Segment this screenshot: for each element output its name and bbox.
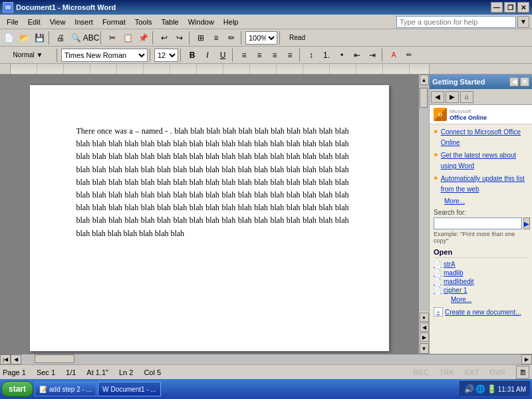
prev-page-btn[interactable]: ◀: [420, 323, 429, 332]
bullets-btn[interactable]: •: [334, 48, 349, 63]
minimize-button[interactable]: —: [491, 2, 503, 13]
save-btn[interactable]: 💾: [32, 31, 47, 45]
ask-question-btn[interactable]: ▼: [517, 16, 529, 28]
sp-file-2[interactable]: 📄 madlibedit: [434, 278, 528, 285]
close-button[interactable]: ✕: [517, 2, 529, 13]
window-title: Document1 - Microsoft Word: [16, 3, 116, 11]
menu-insert[interactable]: Insert: [70, 17, 97, 27]
menu-help[interactable]: Help: [219, 17, 243, 27]
menu-format[interactable]: Format: [98, 17, 130, 27]
new-btn[interactable]: 📄: [1, 31, 16, 45]
underline-btn[interactable]: U: [215, 48, 230, 63]
sep6: [279, 31, 282, 45]
menu-file[interactable]: File: [3, 17, 23, 27]
select-browse-btn[interactable]: ●: [420, 313, 429, 322]
status-ln: Ln 2: [119, 368, 133, 376]
font-name-select[interactable]: Times New Roman: [61, 49, 148, 62]
taskbar-item-1[interactable]: W Document1 - ...: [98, 382, 161, 396]
sp-open-more-link[interactable]: More...: [451, 296, 471, 303]
print-preview-btn[interactable]: 🔍: [68, 31, 83, 45]
sep8: [150, 49, 152, 62]
undo-btn[interactable]: ↩: [157, 31, 172, 45]
print-btn[interactable]: 🖨: [53, 31, 68, 45]
ask-question-input[interactable]: [396, 16, 516, 28]
menu-view[interactable]: View: [46, 17, 70, 27]
scroll-down-btn[interactable]: ▼: [420, 343, 429, 354]
menu-edit[interactable]: Edit: [24, 17, 45, 27]
sp-link-0[interactable]: Connect to Microsoft Office Online: [441, 127, 528, 148]
restore-button[interactable]: ❐: [504, 2, 516, 13]
columns-btn[interactable]: ≡: [209, 31, 223, 45]
horizontal-ruler: [11, 64, 429, 74]
side-panel-back-btn[interactable]: ◀: [509, 77, 519, 86]
sp-file-1[interactable]: 📄 madlib: [434, 269, 528, 277]
sep4: [189, 31, 192, 45]
h-scroll-thumb[interactable]: [35, 354, 74, 363]
scroll-thumb[interactable]: [420, 88, 428, 108]
side-nav-back-btn[interactable]: ◀: [431, 91, 444, 103]
side-nav-forward-btn[interactable]: ▶: [446, 91, 459, 103]
spell-btn[interactable]: ABC: [84, 31, 98, 45]
align-justify-btn[interactable]: ≡: [283, 48, 297, 63]
zoom-select[interactable]: 100%: [245, 31, 277, 45]
font-color-btn[interactable]: A: [386, 48, 401, 63]
cut-btn[interactable]: ✂: [105, 31, 120, 45]
menu-window[interactable]: Window: [184, 17, 218, 27]
bold-btn[interactable]: B: [185, 48, 200, 63]
menu-tools[interactable]: Tools: [131, 17, 156, 27]
align-right-btn[interactable]: ≡: [267, 48, 282, 63]
paste-btn[interactable]: 📌: [136, 31, 150, 45]
next-page-btn[interactable]: ▶: [420, 332, 429, 342]
new-doc-icon: +: [434, 307, 443, 317]
sp-link-1[interactable]: Get the latest news about using Word: [441, 150, 528, 172]
horizontal-scrollbar-area[interactable]: |◀ ◀ ▶: [0, 354, 532, 364]
drawing-btn[interactable]: ✏: [224, 31, 239, 45]
scroll-up-btn[interactable]: ▲: [420, 74, 429, 85]
side-nav-home-btn[interactable]: ⌂: [460, 91, 473, 103]
ruler-area: [0, 64, 532, 74]
sp-more-link[interactable]: More...: [444, 198, 465, 205]
document-area[interactable]: There once was a – named - . blah blah b…: [0, 74, 418, 354]
side-panel-close-btn[interactable]: ✕: [520, 77, 529, 86]
numbering-btn[interactable]: 1.: [319, 48, 334, 63]
align-center-btn[interactable]: ≡: [252, 48, 267, 63]
status-sec: Sec 1: [37, 368, 55, 376]
sp-search-input[interactable]: [434, 217, 522, 229]
sp-example-text: Example: "Print more than one copy": [434, 231, 528, 244]
status-at: At 1.1": [86, 368, 108, 376]
open-btn[interactable]: 📂: [17, 31, 31, 45]
h-scroll-right-btn[interactable]: ▶: [521, 354, 532, 364]
read-btn[interactable]: Read: [284, 31, 311, 45]
file-icon-0: 📄: [434, 261, 442, 268]
sp-search-row: ▶: [434, 217, 528, 229]
redo-btn[interactable]: ↪: [172, 31, 187, 45]
sp-search-btn[interactable]: ▶: [523, 217, 530, 229]
decrease-indent-btn[interactable]: ⇤: [350, 48, 364, 63]
status-trk: TRK: [440, 368, 454, 376]
sp-file-0[interactable]: 📄 strA: [434, 261, 528, 268]
start-button[interactable]: start: [1, 381, 33, 397]
h-scroll-left2-btn[interactable]: ◀: [11, 354, 21, 364]
sp-link-2[interactable]: Automatically update this list from the …: [441, 174, 528, 195]
line-spacing-btn[interactable]: ↕: [304, 48, 319, 63]
highlight-btn[interactable]: ✏: [402, 48, 416, 63]
sp-new-doc[interactable]: + Create a new document...: [434, 307, 528, 317]
sep3: [152, 31, 155, 45]
sp-bullet-2: ●: [434, 174, 438, 182]
h-scroll-track[interactable]: [21, 354, 521, 364]
sep9: [180, 49, 183, 62]
increase-indent-btn[interactable]: ⇥: [365, 48, 380, 63]
taskbar-item-0[interactable]: 📝 add step 2 - ...: [35, 382, 96, 396]
document-content[interactable]: There once was a – named - . blah blah b…: [76, 125, 349, 240]
table-btn[interactable]: ⊞: [194, 31, 208, 45]
font-size-select[interactable]: 12: [154, 49, 178, 62]
sp-file-3[interactable]: 📄 cipher 1: [434, 287, 528, 294]
menu-table[interactable]: Table: [157, 17, 182, 27]
align-left-btn[interactable]: ≡: [237, 48, 251, 63]
h-scroll-left1-btn[interactable]: |◀: [0, 354, 11, 364]
scroll-track[interactable]: [419, 85, 429, 311]
italic-btn[interactable]: I: [200, 48, 215, 63]
styles-dropdown[interactable]: Normal ▼: [1, 48, 55, 63]
vertical-scrollbar[interactable]: ▲ ● ◀ ▶ ▼: [418, 74, 429, 354]
copy-btn[interactable]: 📋: [120, 31, 135, 45]
